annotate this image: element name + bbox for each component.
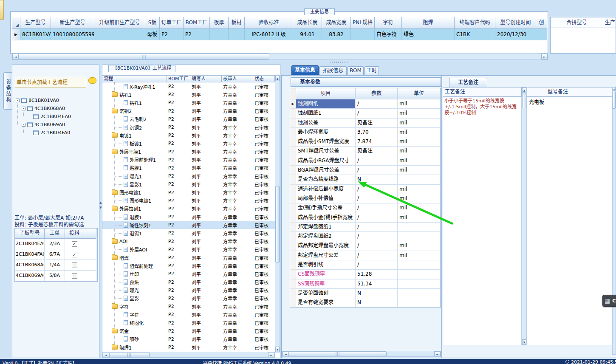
top-grid-cell[interactable]: IPC-6012 II 级 — [245, 29, 293, 40]
param-value-cell[interactable]: N — [356, 289, 398, 298]
tree-node[interactable]: 2C1BK04FA0 — [16, 129, 71, 137]
flow-row[interactable]: X-Ray冲孔1P2刘平方幸幸已审核 — [102, 82, 275, 90]
top-column-header[interactable]: 型号创建时间 — [495, 17, 536, 29]
param-value-cell[interactable]: / — [356, 232, 398, 241]
flow-row[interactable]: 板镀1P2刘平方幸幸已审核 — [102, 139, 275, 147]
scroll-thumb[interactable] — [275, 186, 280, 262]
flow-row[interactable]: 电镀1P2刘平方幸幸已审核 — [102, 131, 275, 139]
flow-row[interactable]: 图形电镀1P2刘平方幸幸已审核 — [102, 197, 275, 205]
param-value-cell[interactable]: / — [356, 166, 398, 175]
tree-expander-icon[interactable]: - — [16, 99, 20, 102]
scroll-up-button[interactable]: ▲ — [613, 87, 616, 91]
param-item-cell[interactable]: 邦定焊盘图纸1 — [296, 223, 356, 232]
top-grid-cell[interactable] — [210, 29, 229, 40]
flow-row[interactable]: 预烘P2刘平方幸幸已审核 — [102, 278, 275, 286]
scroll-right-button[interactable]: ► — [268, 352, 274, 357]
param-value-cell[interactable]: / — [356, 194, 398, 203]
subboard-row[interactable]: 4C1BK068A01/4A — [15, 260, 97, 271]
flow-row[interactable]: 外层干膜1P2刘平方幸幸已审核 — [102, 148, 275, 156]
param-row[interactable]: 是否单面蚀刻N — [290, 289, 441, 298]
param-hscrollbar[interactable]: ◄ ||| ► — [282, 351, 441, 357]
flow-row[interactable]: 阻焊前处理P2刘平方幸幸已审核 — [102, 262, 275, 270]
tree-node[interactable]: -4C1BK068A0 — [16, 104, 71, 113]
param-item-cell[interactable]: 是否有缝宽要求 — [296, 298, 356, 308]
scroll-up-button[interactable]: ▲ — [275, 76, 280, 81]
feed-checkbox[interactable]: ✓ — [72, 252, 77, 257]
flow-row[interactable]: 贴膜1P2刘平方幸幸已审核 — [102, 164, 275, 172]
scroll-down-button[interactable]: ▼ — [522, 339, 526, 345]
flow-row[interactable]: 阻焊P2刘平方幸幸已审核 — [102, 254, 275, 262]
scroll-thumb[interactable] — [522, 93, 526, 108]
top-grid-cell[interactable]: 2020/12/30 — [495, 29, 536, 40]
flow-row[interactable]: 去毛刺2P2刘平方幸幸已审核 — [102, 115, 275, 123]
far-right-vscrollbar[interactable]: ▲ — [612, 87, 616, 355]
param-row[interactable]: ▶蚀刻图纸/mil — [290, 99, 441, 109]
subboard-row[interactable]: 2C1BK04EA02/3A✓ — [15, 239, 97, 249]
param-row[interactable]: CS面残铜率51.28 — [290, 270, 441, 279]
flow-row[interactable]: 字符P2刘平方幸幸已审核 — [102, 302, 275, 310]
top-grid-cell[interactable]: P2 — [184, 29, 210, 40]
tab-process-remark[interactable]: 工艺备注 — [449, 78, 487, 87]
grid-corner-cell[interactable] — [12, 17, 20, 29]
param-row[interactable]: 成品最小BGA焊盘尺寸/mil — [290, 156, 441, 166]
param-value-cell[interactable]: 51.34 — [356, 279, 398, 289]
param-column-header[interactable]: 单位 — [398, 88, 441, 99]
param-value-cell[interactable]: / — [356, 185, 398, 194]
production-grid-row[interactable]: ▶ 8C1BK01VA010010800055990母板P2P2IPC-6012… — [12, 29, 547, 40]
splitter-grip-icon[interactable] — [330, 62, 348, 63]
flow-row[interactable]: AOIP2刘平方幸幸已审核 — [102, 237, 275, 245]
param-item-cell[interactable]: 成品邦定焊盘最小宽度 — [296, 241, 356, 251]
tree-expander-icon[interactable]: - — [22, 123, 25, 127]
scroll-left-button[interactable]: ◄ — [12, 54, 19, 59]
param-value-cell[interactable]: 51.28 — [356, 270, 398, 279]
param-column-header[interactable]: 参数 — [356, 88, 398, 99]
flow-row[interactable]: 退锡1P2刘平方幸幸已审核 — [102, 229, 275, 237]
param-row[interactable]: BGA焊盘尺寸公差/mil — [290, 166, 441, 175]
top-column-header[interactable]: 终端客户代码 — [455, 17, 495, 29]
tab-work-hours[interactable]: 工时 — [365, 66, 379, 75]
production-model-column-header[interactable]: 生产 — [603, 17, 616, 28]
param-item-cell[interactable]: BGA焊盘尺寸公差 — [296, 166, 356, 175]
top-grid-cell[interactable]: P2 — [160, 29, 184, 40]
subboard-column-header[interactable]: 工单 — [45, 229, 65, 239]
param-item-cell[interactable]: 金(锡)手指尺寸公差 — [296, 203, 356, 213]
flow-row[interactable]: 显影1P2刘平方幸幸已审核 — [102, 180, 275, 188]
flow-grid-hscrollbar[interactable]: ◄ ||| ► — [102, 352, 275, 358]
param-row[interactable]: 邦定焊盘尺寸公差/mil — [290, 251, 441, 260]
top-grid-cell[interactable]: C1BK — [455, 29, 495, 40]
flow-row[interactable]: 阻焊1P2刘平方幸幸已审核 — [102, 343, 275, 351]
top-column-header[interactable]: 升级前旧生产型号 — [94, 17, 145, 29]
param-value-cell[interactable]: / — [356, 251, 398, 260]
flow-column-header[interactable]: 流程 — [102, 75, 167, 82]
top-grid-cell[interactable]: 绿色 — [402, 29, 455, 40]
top-column-header[interactable]: 验收标准 — [245, 17, 293, 29]
flow-row[interactable]: 曝光P2刘平方幸幸已审核 — [102, 286, 275, 294]
top-column-header[interactable]: 创 — [536, 17, 547, 29]
top-grid-cell[interactable]: 白色字符 — [375, 29, 402, 40]
param-value-cell[interactable]: / — [356, 213, 398, 223]
flow-row[interactable]: 钻孔1P2刘平方幸幸已审核 — [102, 90, 275, 99]
param-row[interactable]: 成品最小SMT焊盘宽度7.874mil — [290, 137, 441, 147]
floating-quick-button[interactable]: ▦ C — [602, 295, 616, 307]
tab-bom[interactable]: BOM — [348, 66, 364, 75]
param-item-cell[interactable]: CS面残铜率 — [296, 270, 356, 279]
top-column-header[interactable]: 字符 — [375, 17, 402, 29]
param-row[interactable]: SS面残铜率51.34 — [290, 279, 441, 289]
scroll-thumb[interactable]: ||| — [19, 54, 269, 59]
param-item-cell[interactable]: 通道补偿后最小宽度 — [296, 185, 356, 194]
flow-row[interactable]: 退膜1P2刘平方幸幸已审核 — [102, 213, 275, 221]
param-value-cell[interactable]: N — [356, 175, 398, 184]
param-row[interactable]: 成品邦定焊盘最小宽度/mil — [290, 241, 441, 251]
flow-row[interactable]: 喷砂P2刘平方幸幸已审核 — [102, 335, 275, 343]
subboard-column-header[interactable]: 子板型号 — [15, 229, 45, 239]
top-column-header[interactable]: 新生产型号 — [51, 17, 94, 29]
param-value-cell[interactable]: N — [356, 298, 398, 308]
remark-vscrollbar[interactable]: ▲ ▼ — [522, 87, 527, 345]
param-item-cell[interactable]: 蚀刻图纸 — [296, 99, 356, 109]
model-remark-text[interactable]: 光电板 — [527, 97, 616, 345]
param-item-cell[interactable]: 成品最小BGA焊盘尺寸 — [296, 156, 356, 166]
param-item-cell[interactable]: 最小焊环宽度 — [296, 128, 356, 137]
subboard-row[interactable]: 2C1BK04FA06/7A✓ — [15, 249, 97, 260]
param-item-cell[interactable]: 蚀刻公差 — [296, 119, 356, 128]
top-column-header[interactable]: 订单工厂 — [160, 17, 184, 29]
